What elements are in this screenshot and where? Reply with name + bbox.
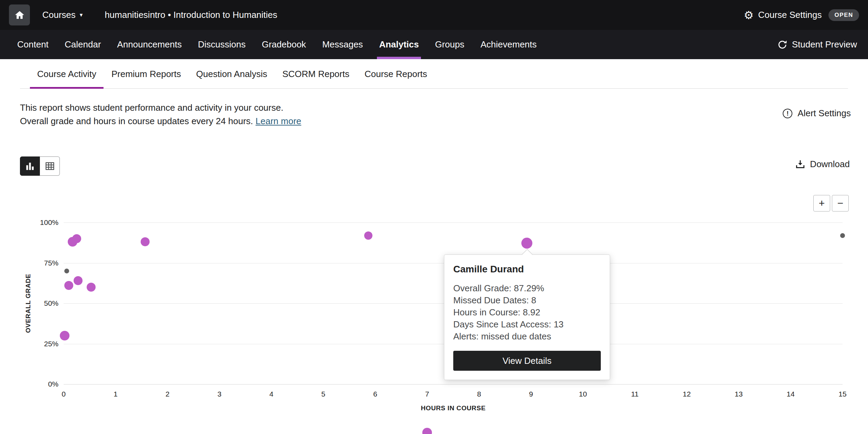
tab-course-activity[interactable]: Course Activity bbox=[37, 59, 96, 89]
y-tick-label: 75% bbox=[28, 259, 58, 267]
download-label: Download bbox=[810, 159, 850, 170]
x-tick-label: 2 bbox=[155, 390, 180, 398]
nav-item-calendar[interactable]: Calendar bbox=[65, 30, 101, 59]
table-view-button[interactable] bbox=[40, 156, 60, 176]
x-tick-label: 7 bbox=[415, 390, 439, 398]
nav-item-messages[interactable]: Messages bbox=[322, 30, 363, 59]
gridline bbox=[64, 223, 843, 223]
home-icon bbox=[14, 10, 25, 20]
tab-course-reports[interactable]: Course Reports bbox=[365, 59, 427, 89]
alert-settings-button[interactable]: ! Alert Settings bbox=[783, 108, 851, 119]
topbar: Courses ▾ humanitiesintro • Introduction… bbox=[0, 0, 868, 30]
nav-item-content[interactable]: Content bbox=[17, 30, 48, 59]
gridline bbox=[64, 384, 843, 384]
y-tick-label: 0% bbox=[28, 380, 58, 388]
nav-item-gradebook[interactable]: Gradebook bbox=[262, 30, 306, 59]
course-settings-label: Course Settings bbox=[758, 10, 822, 20]
data-point[interactable] bbox=[422, 428, 432, 434]
report-description: This report shows student performance an… bbox=[20, 101, 301, 128]
student-preview-label: Student Preview bbox=[792, 39, 857, 50]
nav-item-analytics[interactable]: Analytics bbox=[379, 30, 419, 59]
report-description-line1: This report shows student performance an… bbox=[20, 101, 301, 115]
x-tick-label: 3 bbox=[207, 390, 231, 398]
x-tick-label: 14 bbox=[779, 390, 803, 398]
topbar-right: ⚙ Course Settings OPEN bbox=[744, 9, 859, 21]
x-tick-label: 6 bbox=[363, 390, 387, 398]
gear-icon: ⚙ bbox=[744, 10, 754, 21]
tab-premium-reports[interactable]: Premium Reports bbox=[111, 59, 181, 89]
student-preview-icon bbox=[777, 40, 788, 50]
tooltip-missed-due-dates: Missed Due Dates: 8 bbox=[453, 294, 601, 306]
y-tick-label: 25% bbox=[28, 340, 58, 348]
x-tick-label: 13 bbox=[727, 390, 751, 398]
tooltip-student-name: Camille Durand bbox=[453, 264, 601, 275]
x-tick-label: 10 bbox=[571, 390, 595, 398]
course-navbar: Content Calendar Announcements Discussio… bbox=[0, 30, 868, 59]
x-tick-label: 0 bbox=[52, 390, 76, 398]
tab-question-analysis[interactable]: Question Analysis bbox=[196, 59, 267, 89]
home-button[interactable] bbox=[9, 4, 30, 25]
highlighted-data-point[interactable] bbox=[521, 238, 532, 249]
zoom-in-button[interactable]: + bbox=[813, 195, 830, 211]
tooltip-hours-in-course: Hours in Course: 8.92 bbox=[453, 306, 601, 318]
x-tick-label: 15 bbox=[831, 390, 855, 398]
analytics-subtabs: Course Activity Premium Reports Question… bbox=[0, 59, 868, 89]
course-settings-button[interactable]: ⚙ Course Settings bbox=[744, 10, 822, 21]
alert-settings-label: Alert Settings bbox=[798, 108, 851, 119]
nav-item-discussions[interactable]: Discussions bbox=[198, 30, 246, 59]
download-icon bbox=[795, 159, 805, 170]
view-details-button[interactable]: View Details bbox=[453, 351, 601, 371]
alert-icon: ! bbox=[783, 109, 792, 118]
bar-chart-icon bbox=[25, 161, 35, 171]
x-tick-label: 12 bbox=[675, 390, 699, 398]
data-point[interactable] bbox=[141, 237, 150, 246]
nav-item-announcements[interactable]: Announcements bbox=[117, 30, 182, 59]
report-description-line2: Overall grade and hours in course update… bbox=[20, 115, 301, 128]
view-toggle-group bbox=[20, 156, 60, 176]
courses-menu-button[interactable]: Courses ▾ bbox=[42, 10, 83, 20]
tooltip-alerts: Alerts: missed due dates bbox=[453, 330, 601, 343]
data-point[interactable] bbox=[64, 281, 73, 290]
x-tick-label: 11 bbox=[623, 390, 647, 398]
table-icon bbox=[45, 161, 55, 171]
y-tick-label: 50% bbox=[28, 299, 58, 307]
data-point[interactable] bbox=[60, 331, 69, 340]
data-point[interactable] bbox=[72, 234, 81, 243]
student-tooltip: Camille Durand Overall Grade: 87.29% Mis… bbox=[444, 254, 610, 380]
chart-view-button[interactable] bbox=[20, 156, 40, 176]
course-status-badge: OPEN bbox=[828, 9, 859, 21]
x-axis-title: HOURS IN COURSE bbox=[421, 404, 486, 412]
x-tick-label: 4 bbox=[259, 390, 283, 398]
zoom-out-button[interactable]: − bbox=[832, 195, 849, 211]
tooltip-overall-grade: Overall Grade: 87.29% bbox=[453, 282, 601, 294]
courses-label: Courses bbox=[42, 10, 76, 20]
x-tick-label: 1 bbox=[104, 390, 128, 398]
learn-more-link[interactable]: Learn more bbox=[256, 116, 301, 126]
chevron-down-icon: ▾ bbox=[80, 12, 83, 18]
x-tick-label: 9 bbox=[519, 390, 543, 398]
tab-scorm-reports[interactable]: SCORM Reports bbox=[282, 59, 349, 89]
data-point[interactable] bbox=[64, 269, 69, 273]
breadcrumb: humanitiesintro • Introduction to Humani… bbox=[105, 10, 277, 20]
y-tick-label: 100% bbox=[28, 218, 58, 227]
student-preview-button[interactable]: Student Preview bbox=[777, 30, 857, 59]
x-tick-label: 8 bbox=[467, 390, 491, 398]
download-button[interactable]: Download bbox=[795, 159, 850, 170]
zoom-controls: + − bbox=[813, 195, 849, 211]
data-point[interactable] bbox=[840, 233, 845, 238]
data-point[interactable] bbox=[74, 276, 83, 285]
x-tick-label: 5 bbox=[311, 390, 335, 398]
nav-item-groups[interactable]: Groups bbox=[435, 30, 464, 59]
nav-item-achievements[interactable]: Achievements bbox=[480, 30, 536, 59]
tooltip-days-since-access: Days Since Last Access: 13 bbox=[453, 318, 601, 330]
data-point[interactable] bbox=[364, 231, 372, 240]
data-point[interactable] bbox=[87, 283, 96, 292]
